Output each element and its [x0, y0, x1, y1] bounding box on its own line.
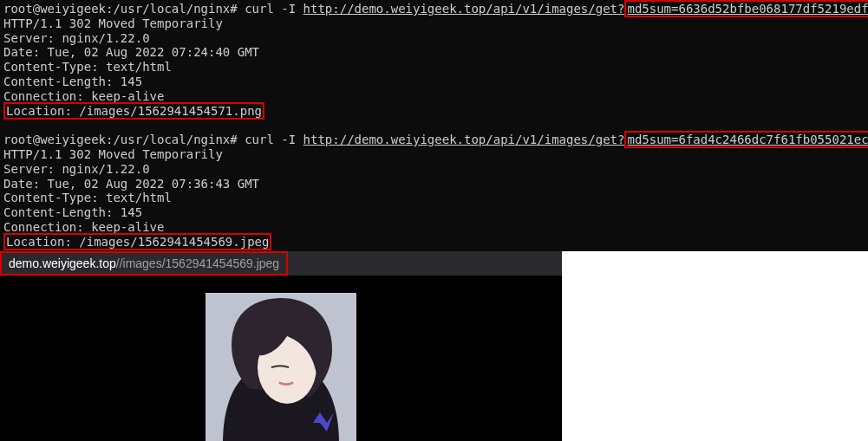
address-path: //images/1562941454569.jpeg	[116, 256, 279, 270]
prompt-line-2: root@weiyigeek:/usr/local/nginx# curl -I…	[3, 131, 868, 148]
curl-url-2: http://demo.weiyigeek.top/api/v1/images/…	[303, 133, 625, 146]
address-bar[interactable]: demo.weiyigeek.top//images/1562941454569…	[0, 251, 288, 276]
prompt-line-1: root@weiyigeek:/usr/local/nginx# curl -I…	[3, 0, 868, 17]
md5-query-1: md5sum=6636d52bfbe068177df5219edf4dd456	[624, 0, 868, 17]
location-header-1: Location: /images/1562941454571.png	[3, 102, 264, 120]
result-image	[206, 293, 356, 441]
http-response-2: HTTP/1.1 302 Moved Temporarily Server: n…	[3, 147, 259, 234]
md5-query-2: md5sum=6fad4c2466dc7f61fb055021ec65324d	[624, 131, 868, 148]
prompt-text-2: root@weiyigeek:/usr/local/nginx# curl -I	[3, 133, 303, 146]
address-host: demo.weiyigeek.top	[9, 256, 116, 270]
curl-url-1: http://demo.weiyigeek.top/api/v1/images/…	[303, 2, 625, 16]
address-bar-container: demo.weiyigeek.top//images/1562941454569…	[0, 251, 562, 276]
terminal-output: root@weiyigeek:/usr/local/nginx# curl -I…	[0, 0, 868, 251]
http-response-1: HTTP/1.1 302 Moved Temporarily Server: n…	[3, 16, 259, 103]
image-viewer-panel	[0, 276, 562, 441]
location-header-2: Location: /images/1562941454569.jpeg	[3, 233, 271, 250]
prompt-text: root@weiyigeek:/usr/local/nginx# curl -I	[3, 2, 303, 16]
